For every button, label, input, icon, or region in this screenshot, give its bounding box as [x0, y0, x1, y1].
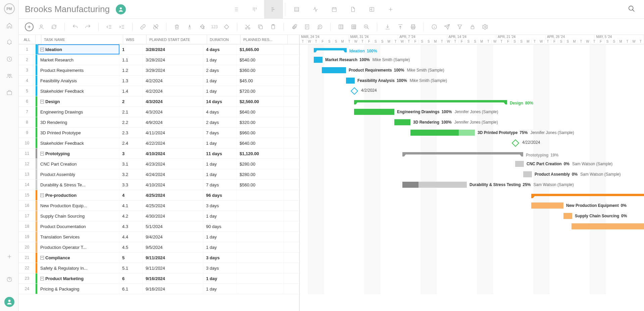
task-name-cell[interactable]: Market Research [38, 55, 119, 65]
table-icon[interactable] [349, 22, 359, 32]
wbs-cell[interactable]: 4.1 [119, 201, 143, 211]
wbs-cell[interactable]: 1 [119, 44, 143, 54]
duration-cell[interactable]: 1 day [203, 273, 237, 283]
calendar-view-icon[interactable] [325, 0, 344, 19]
add-view-icon[interactable] [381, 0, 400, 19]
task-bar[interactable]: Market Research100%Mike Smith (Sample) [314, 57, 323, 63]
task-name-cell[interactable]: Engineering Drawings [38, 107, 119, 117]
start-date-cell[interactable]: 9/5/2024 [143, 242, 203, 252]
refresh-icon[interactable] [49, 22, 59, 32]
summary-bar[interactable]: Ideation100% [314, 48, 347, 50]
start-date-cell[interactable]: 4/10/2024 [143, 148, 203, 159]
start-date-cell[interactable]: 4/24/2024 [143, 169, 203, 179]
app-logo[interactable]: PM [4, 3, 15, 14]
task-row[interactable]: 23−Product Marketing69/16/20241 day [19, 273, 299, 284]
undo-icon[interactable] [70, 22, 80, 32]
link-icon[interactable] [138, 22, 148, 32]
info-icon[interactable] [429, 22, 439, 32]
task-row[interactable]: 24Pricing & Packaging6.19/16/20241 day [19, 284, 299, 294]
task-name-cell[interactable]: Feasibility Analysis [38, 76, 119, 86]
task-name-cell[interactable]: −Ideation [38, 44, 119, 54]
start-date-cell[interactable]: 3/28/2024 [143, 44, 203, 54]
task-row[interactable]: 22Safety & Regulatory In...5.19/11/20243… [19, 263, 299, 273]
duration-cell[interactable]: 1 day [203, 211, 237, 221]
resource-cell[interactable] [237, 242, 284, 252]
duration-cell[interactable]: 3 days [203, 253, 237, 263]
wbs-cell[interactable]: 2.3 [119, 128, 143, 138]
col-header-resource[interactable]: PLANNED RES... [241, 35, 288, 44]
resource-cell[interactable]: $560.00 [237, 180, 284, 190]
task-name-cell[interactable]: Product Requirements [38, 65, 119, 75]
task-row[interactable]: 16New Production Equip...4.14/25/20243 d… [19, 201, 299, 211]
indent-icon[interactable] [117, 22, 127, 32]
wbs-cell[interactable]: 1.2 [119, 65, 143, 75]
start-date-cell[interactable]: 4/2/2024 [143, 76, 203, 86]
wbs-cell[interactable]: 3 [119, 148, 143, 159]
task-name-cell[interactable]: −Prototyping [38, 148, 119, 159]
col-header-start[interactable]: PLANNED START DATE [147, 35, 207, 44]
duration-cell[interactable]: 7 days [203, 128, 237, 138]
fill-color-icon[interactable] [197, 22, 207, 32]
start-date-cell[interactable]: 4/3/2024 [143, 107, 203, 117]
start-date-cell[interactable]: 9/11/2024 [143, 263, 203, 273]
task-bar[interactable]: Product Assembly0%Sam Watson (Sample) [523, 171, 532, 177]
duration-cell[interactable]: 11 days [203, 148, 237, 159]
collapse-icon[interactable]: − [40, 256, 44, 260]
share-icon[interactable] [442, 22, 452, 32]
task-row[interactable]: 5Stakeholder Feedback1.44/2/20241 day$72… [19, 86, 299, 96]
duration-cell[interactable]: 90 days [203, 221, 237, 231]
task-name-cell[interactable]: 3D Rendering [38, 117, 119, 127]
resource-cell[interactable]: $1,665.00 [237, 44, 284, 54]
task-name-cell[interactable]: −Pre-production [38, 190, 119, 200]
task-name-cell[interactable]: −Design [38, 96, 119, 106]
wbs-cell[interactable]: 2.1 [119, 107, 143, 117]
task-name-cell[interactable]: 3D Printed Prototype [38, 128, 119, 138]
home-icon[interactable] [4, 20, 15, 31]
task-row[interactable]: 21−Compliance59/11/20243 days [19, 253, 299, 263]
settings-icon[interactable] [480, 22, 490, 32]
start-date-cell[interactable]: 4/2/2024 [143, 86, 203, 96]
task-name-cell[interactable]: −Product Marketing [38, 273, 119, 283]
wbs-cell[interactable]: 2 [119, 96, 143, 106]
wbs-cell[interactable]: 4.4 [119, 232, 143, 242]
dashboard-view-icon[interactable] [362, 0, 381, 19]
resource-cell[interactable]: $280.00 [237, 159, 284, 169]
start-date-cell[interactable]: 5/1/2024 [143, 221, 203, 231]
task-row[interactable]: 17Supply Chain Sourcing4.24/30/20241 day [19, 211, 299, 221]
duration-cell[interactable]: 3 days [203, 263, 237, 273]
text-color-icon[interactable] [185, 22, 195, 32]
start-date-cell[interactable]: 4/22/2024 [143, 138, 203, 148]
summary-bar[interactable]: Design80% [354, 100, 507, 102]
duration-cell[interactable]: 4 days [203, 44, 237, 54]
duration-cell[interactable]: 1 day [203, 242, 237, 252]
task-name-cell[interactable]: Supply Chain Sourcing [38, 211, 119, 221]
add-task-button[interactable] [25, 23, 34, 31]
task-name-cell[interactable]: CNC Part Creation [38, 159, 119, 169]
task-row[interactable]: 14Durability & Stress Te...3.34/10/20247… [19, 180, 299, 190]
duration-cell[interactable]: 1 day [203, 55, 237, 65]
duration-cell[interactable]: 2 days [203, 65, 237, 75]
board-view-icon[interactable] [245, 0, 264, 19]
start-date-cell[interactable]: 4/11/2024 [143, 128, 203, 138]
team-icon[interactable] [4, 71, 15, 81]
start-date-cell[interactable]: 4/25/2024 [143, 190, 203, 200]
task-name-cell[interactable]: Product Documentation [38, 221, 119, 231]
task-name-cell[interactable]: Translation Services [38, 232, 119, 242]
wbs-cell[interactable]: 1.4 [119, 86, 143, 96]
user-avatar-bottom[interactable] [4, 297, 14, 307]
resource-cell[interactable]: $320.00 [237, 117, 284, 127]
task-row[interactable]: 15−Pre-production44/25/202496 days [19, 190, 299, 201]
collapse-icon[interactable]: − [40, 48, 44, 51]
resource-cell[interactable] [237, 253, 284, 263]
task-bar[interactable]: Durability & Stress Testing25%Sam Watson… [402, 182, 467, 188]
collapse-icon[interactable]: − [40, 277, 44, 280]
resource-cell[interactable]: $720.00 [237, 86, 284, 96]
duration-cell[interactable]: 1 day [203, 76, 237, 86]
task-bar[interactable]: 3D Printed Prototype75%Jennifer Jones (S… [410, 130, 475, 136]
wbs-cell[interactable]: 1.1 [119, 55, 143, 65]
list-view-icon[interactable] [227, 0, 245, 19]
wbs-cell[interactable]: 6 [119, 273, 143, 283]
task-row[interactable]: 83D Rendering2.24/9/20242 days$320.00 [19, 117, 299, 128]
task-name-cell[interactable]: Safety & Regulatory In... [38, 263, 119, 273]
duration-cell[interactable]: 1 day [203, 169, 237, 179]
